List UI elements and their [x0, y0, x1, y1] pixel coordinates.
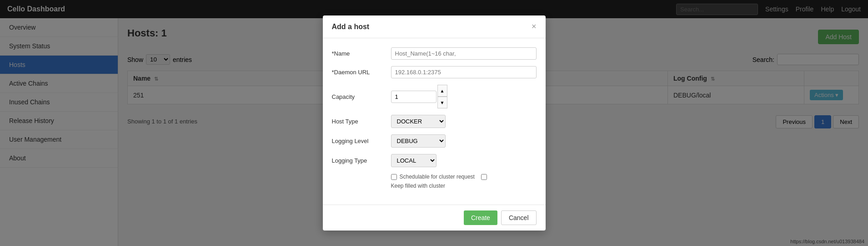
capacity-row: Capacity ▲ ▼ [332, 85, 537, 108]
daemon-url-input[interactable] [391, 66, 537, 78]
capacity-label: Capacity [332, 93, 391, 100]
modal-footer: Create Cancel [323, 205, 546, 231]
logging-level-row: Logging Level DEBUG INFO WARNING ERROR [332, 134, 537, 148]
logging-level-label: Logging Level [332, 138, 391, 144]
keep-filled-checkbox[interactable] [481, 174, 487, 180]
keep-filled-label: Keep filled with cluster [391, 183, 445, 189]
capacity-up-btn[interactable]: ▲ [437, 85, 447, 97]
name-input[interactable] [391, 47, 537, 60]
logging-type-select[interactable]: LOCAL REMOTE [391, 154, 437, 167]
modal-title: Add a host [332, 23, 370, 31]
host-type-select[interactable]: DOCKER [391, 115, 446, 128]
checkbox-row: Schedulable for cluster request Keep fil… [391, 174, 537, 189]
name-label: *Name [332, 50, 391, 57]
add-host-modal: Add a host × *Name *Daemon URL Capacity … [323, 15, 546, 231]
capacity-input[interactable] [391, 91, 437, 103]
daemon-url-row: *Daemon URL [332, 66, 537, 78]
modal-header: Add a host × [323, 15, 546, 38]
modal-overlay: Add a host × *Name *Daemon URL Capacity … [0, 0, 868, 246]
name-row: *Name [332, 47, 537, 60]
capacity-down-btn[interactable]: ▼ [437, 97, 447, 108]
logging-type-label: Logging Type [332, 157, 391, 164]
host-type-row: Host Type DOCKER [332, 115, 537, 128]
logging-type-row: Logging Type LOCAL REMOTE [332, 154, 537, 167]
modal-close-button[interactable]: × [532, 22, 537, 31]
cancel-button[interactable]: Cancel [501, 210, 537, 225]
schedulable-checkbox[interactable] [391, 174, 397, 180]
daemon-url-label: *Daemon URL [332, 69, 391, 76]
logging-level-select[interactable]: DEBUG INFO WARNING ERROR [391, 134, 446, 148]
host-type-label: Host Type [332, 118, 391, 125]
schedulable-label: Schedulable for cluster request [400, 174, 475, 180]
create-button[interactable]: Create [464, 210, 497, 225]
modal-body: *Name *Daemon URL Capacity ▲ ▼ Host Ty [323, 38, 546, 205]
capacity-control: ▲ ▼ [391, 85, 447, 108]
